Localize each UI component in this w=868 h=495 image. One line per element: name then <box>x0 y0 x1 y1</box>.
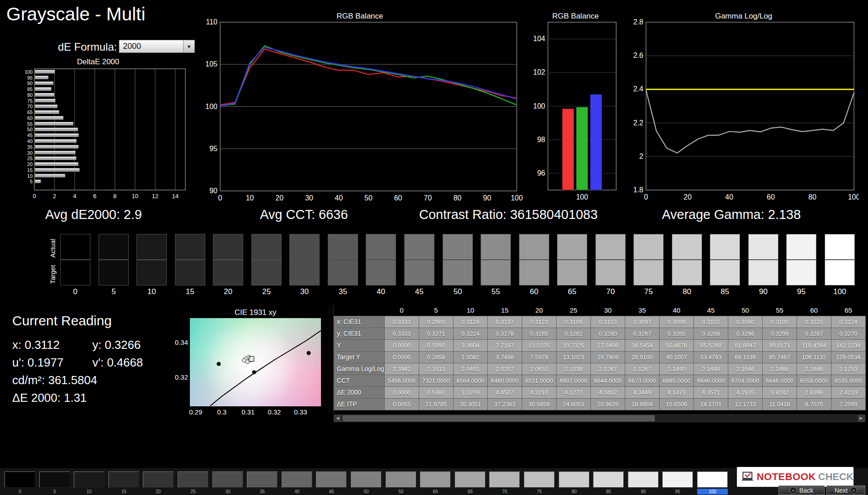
table-cell: 0.3097 <box>625 316 660 328</box>
pattern-swatch[interactable] <box>662 471 693 488</box>
pattern-swatch[interactable] <box>593 471 624 488</box>
svg-text:2.4: 2.4 <box>633 85 643 93</box>
table-cell: 2.1753 <box>831 363 866 375</box>
pattern-level-label: 55 <box>386 489 416 495</box>
pattern-cell[interactable]: 100 <box>697 471 728 494</box>
pattern-swatch[interactable] <box>178 471 208 488</box>
svg-text:90: 90 <box>209 187 217 195</box>
table-row: CCT5456.00007321.00006564.00006460.00006… <box>334 375 866 386</box>
pattern-cell[interactable]: 50 <box>351 471 382 494</box>
table-cell: 2.0491 <box>453 363 488 375</box>
scrollbar-thumb[interactable] <box>343 415 655 421</box>
pattern-cell[interactable]: 65 <box>455 471 486 494</box>
pattern-swatch[interactable] <box>316 471 347 488</box>
scroll-right-arrow[interactable]: ▶ <box>858 415 865 422</box>
pattern-swatch[interactable] <box>559 471 590 488</box>
table-cell: 0.3100 <box>763 316 797 328</box>
svg-text:55: 55 <box>27 121 33 127</box>
table-cell: 0.3109 <box>557 316 591 328</box>
pattern-swatch[interactable] <box>524 471 555 488</box>
cie-chart-panel: 0.290.30.310.320.330.320.34 <box>190 318 321 406</box>
target-swatch <box>786 260 816 286</box>
pattern-cell[interactable]: 75 <box>524 471 555 494</box>
pattern-cell[interactable]: 85 <box>593 471 624 494</box>
pattern-swatch[interactable] <box>351 471 382 488</box>
pattern-cell[interactable]: 15 <box>108 471 139 494</box>
chevron-down-icon[interactable]: ▼ <box>183 40 194 52</box>
pattern-swatch[interactable] <box>489 471 520 488</box>
pattern-cell[interactable]: 10 <box>74 471 104 494</box>
pattern-cell[interactable]: 45 <box>316 471 347 494</box>
pattern-level-label: 65 <box>455 489 486 495</box>
table-cell: 6531.0000 <box>522 375 557 386</box>
pattern-cell[interactable]: 60 <box>420 471 451 494</box>
table-cell: 0.3120 <box>797 316 831 328</box>
table-cell: 19.7909 <box>591 351 625 363</box>
svg-text:80: 80 <box>27 92 33 98</box>
pattern-swatch[interactable] <box>39 471 70 488</box>
pattern-level-label: 0 <box>5 489 35 495</box>
swatch-level-label: 25 <box>251 287 282 296</box>
pattern-swatch[interactable] <box>74 471 104 488</box>
table-cell: 11.0418 <box>763 398 797 410</box>
pattern-swatch[interactable] <box>697 471 728 488</box>
pattern-swatch[interactable] <box>108 471 139 488</box>
pattern-cell[interactable]: 40 <box>282 471 312 494</box>
swatch-level-label: 45 <box>404 287 434 296</box>
table-cell: 142.1234 <box>831 339 866 351</box>
table-cell: 2.1448 <box>694 363 728 375</box>
table-vertical-scrollbar[interactable] <box>328 305 334 414</box>
pattern-selector-strip[interactable]: 0510152025303540455055606570758085909510… <box>0 468 732 495</box>
back-button[interactable]: « Back <box>778 485 825 495</box>
table-row-label: x: CIE31 <box>334 316 385 328</box>
table-cell: 0.3124 <box>831 316 866 328</box>
pattern-swatch[interactable] <box>628 471 659 488</box>
pattern-swatch[interactable] <box>386 471 416 488</box>
table-cell: 129.0534 <box>831 351 866 363</box>
pattern-cell[interactable]: 55 <box>386 471 416 494</box>
table-cell: 0.0000 <box>385 339 419 351</box>
svg-text:30: 30 <box>305 194 313 202</box>
average-gamma-stat: Average Gamma: 2.138 <box>662 207 801 222</box>
contrast-ratio-stat: Contrast Ratio: 361580401083 <box>419 207 598 222</box>
table-cell: 7.5978 <box>522 351 557 363</box>
pattern-cell[interactable]: 90 <box>628 471 659 494</box>
pattern-cell[interactable]: 25 <box>178 471 208 494</box>
measurement-table: 05101520253035404550556065x: CIE310.3333… <box>334 305 866 410</box>
svg-text:10: 10 <box>246 194 254 202</box>
pattern-swatch[interactable] <box>420 471 451 488</box>
pattern-swatch[interactable] <box>247 471 278 488</box>
pattern-cell[interactable]: 30 <box>212 471 243 494</box>
scroll-left-arrow[interactable]: ◀ <box>334 415 341 422</box>
rgb-line-chart-svg: 90951001051100102030405060708090100 <box>203 18 524 204</box>
pattern-cell[interactable]: 0 <box>5 471 35 494</box>
pattern-swatch[interactable] <box>455 471 486 488</box>
pattern-cell[interactable]: 95 <box>662 471 693 494</box>
pattern-cell[interactable]: 70 <box>489 471 520 494</box>
next-button[interactable]: Next » <box>826 485 865 495</box>
table-cell: 6607.0000 <box>557 375 591 386</box>
pattern-cell[interactable]: 20 <box>143 471 174 494</box>
table-cell: 6460.0000 <box>488 375 522 386</box>
de-formula-select[interactable]: 2000 ▼ <box>119 40 195 53</box>
pattern-swatch[interactable] <box>212 471 243 488</box>
pattern-cell[interactable]: 5 <box>39 471 70 494</box>
table-cell: 0.3333 <box>385 316 419 328</box>
actual-swatch <box>366 234 396 260</box>
pattern-cell[interactable]: 35 <box>247 471 278 494</box>
pattern-level-label: 70 <box>489 489 520 495</box>
swatch-level-label: 15 <box>175 287 205 296</box>
pattern-swatch[interactable] <box>143 471 174 488</box>
table-horizontal-scrollbar[interactable]: ◀ ▶ <box>334 414 865 422</box>
pattern-swatch[interactable] <box>282 471 312 488</box>
pattern-cell[interactable]: 80 <box>559 471 590 494</box>
table-cell: 7321.0000 <box>419 375 453 386</box>
swatch-level-label: 10 <box>137 287 167 296</box>
pattern-swatch[interactable] <box>5 471 35 488</box>
table-cell: 30.5658 <box>522 398 557 410</box>
svg-text:65: 65 <box>27 109 33 115</box>
svg-text:60: 60 <box>767 193 775 201</box>
actual-swatch <box>786 234 816 260</box>
table-cell: 35.3051 <box>453 398 488 410</box>
table-cell: 3.3604 <box>453 339 488 351</box>
